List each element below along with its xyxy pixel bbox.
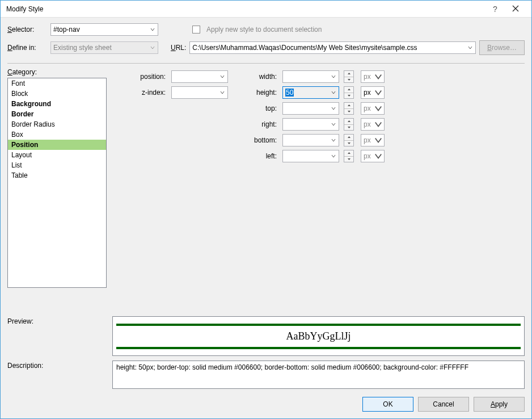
selector-label: Selector:: [7, 26, 47, 33]
category-item-block[interactable]: Block: [8, 89, 106, 99]
category-item-list[interactable]: List: [8, 160, 106, 170]
description-label: Description:: [7, 361, 112, 389]
preview-label: Preview:: [7, 316, 112, 356]
browse-button: Browse…: [479, 40, 525, 55]
category-list[interactable]: FontBlockBackgroundBorderBorder RadiusBo…: [7, 78, 107, 288]
ok-button[interactable]: OK: [362, 397, 413, 412]
modify-style-dialog: Modify Style ? Selector: #top-nav Apply …: [0, 0, 532, 419]
apply-new-checkbox[interactable]: [192, 26, 200, 33]
define-in-label: Define in:: [7, 44, 47, 52]
width-unit: [361, 70, 383, 83]
apply-label: Apply: [491, 400, 508, 408]
spin-up-icon[interactable]: [344, 150, 353, 157]
spin-down-icon[interactable]: [344, 93, 353, 99]
right-unit: [361, 118, 383, 131]
top-field-label: top:: [233, 104, 278, 112]
width-field-label: width:: [233, 73, 278, 81]
category-item-box[interactable]: Box: [8, 129, 106, 140]
category-item-font[interactable]: Font: [8, 78, 106, 89]
category-label: Category:: [7, 68, 107, 76]
category-item-table[interactable]: Table: [8, 170, 106, 181]
category-item-background[interactable]: Background: [8, 99, 106, 109]
left-combo[interactable]: [282, 150, 339, 162]
position-combo[interactable]: [171, 70, 228, 83]
top-combo[interactable]: [282, 102, 339, 115]
separator: [7, 63, 525, 64]
selector-combo[interactable]: #top-nav: [50, 23, 158, 36]
apply-new-label: Apply new style to document selection: [206, 26, 322, 33]
spin-up-icon[interactable]: [344, 103, 353, 109]
category-item-layout[interactable]: Layout: [8, 150, 106, 160]
spin-up-icon[interactable]: [344, 71, 353, 77]
spin-up-icon[interactable]: [344, 135, 353, 141]
category-item-border[interactable]: Border: [8, 109, 106, 119]
spin-down-icon[interactable]: [344, 157, 353, 162]
width-spinner[interactable]: [344, 70, 354, 83]
apply-button[interactable]: Apply: [474, 397, 525, 412]
spin-down-icon[interactable]: [344, 141, 353, 146]
category-item-position[interactable]: Position: [8, 140, 106, 150]
width-combo[interactable]: [282, 70, 339, 83]
bottom-field-label: bottom:: [233, 136, 278, 144]
height-field-label: height:: [233, 89, 278, 97]
url-combo[interactable]: C:\Users\Muhammad.Waqas\Documents\My Web…: [189, 41, 476, 54]
left-spinner[interactable]: [344, 150, 354, 162]
height-spinner[interactable]: [344, 86, 354, 99]
spin-down-icon[interactable]: [344, 109, 353, 115]
preview-box: AaBbYyGgLlJj: [112, 316, 525, 356]
define-in-combo: Existing style sheet: [50, 41, 158, 54]
right-field-label: right:: [233, 120, 278, 128]
titlebar: Modify Style ?: [1, 1, 531, 18]
spin-up-icon[interactable]: [344, 119, 353, 125]
top-spinner[interactable]: [344, 102, 354, 115]
close-icon[interactable]: [504, 5, 527, 14]
url-label: URL:: [171, 44, 186, 52]
position-field-label: position:: [116, 73, 167, 81]
spin-down-icon[interactable]: [344, 125, 353, 131]
left-field-label: left:: [233, 152, 278, 160]
dialog-title: Modify Style: [6, 5, 493, 13]
description-box: height: 50px; border-top: solid medium #…: [112, 361, 525, 389]
bottom-combo[interactable]: [282, 134, 339, 146]
bottom-spinner[interactable]: [344, 134, 354, 146]
help-icon[interactable]: ?: [493, 5, 504, 14]
position-form: position:width:z-index:height:50top:righ…: [116, 68, 525, 312]
spin-down-icon[interactable]: [344, 77, 353, 83]
zindex-combo[interactable]: [171, 86, 228, 99]
left-unit: [361, 150, 383, 162]
right-combo[interactable]: [282, 118, 339, 131]
height-combo[interactable]: 50: [282, 86, 339, 99]
bottom-unit: [361, 134, 383, 146]
right-spinner[interactable]: [344, 118, 354, 131]
zindex-field-label: z-index:: [116, 89, 167, 97]
top-unit: [361, 102, 383, 115]
height-unit[interactable]: [361, 86, 383, 99]
spin-up-icon[interactable]: [344, 87, 353, 93]
preview-sample-text: AaBbYyGgLlJj: [116, 324, 521, 349]
category-item-border-radius[interactable]: Border Radius: [8, 119, 106, 129]
cancel-button[interactable]: Cancel: [418, 397, 469, 412]
